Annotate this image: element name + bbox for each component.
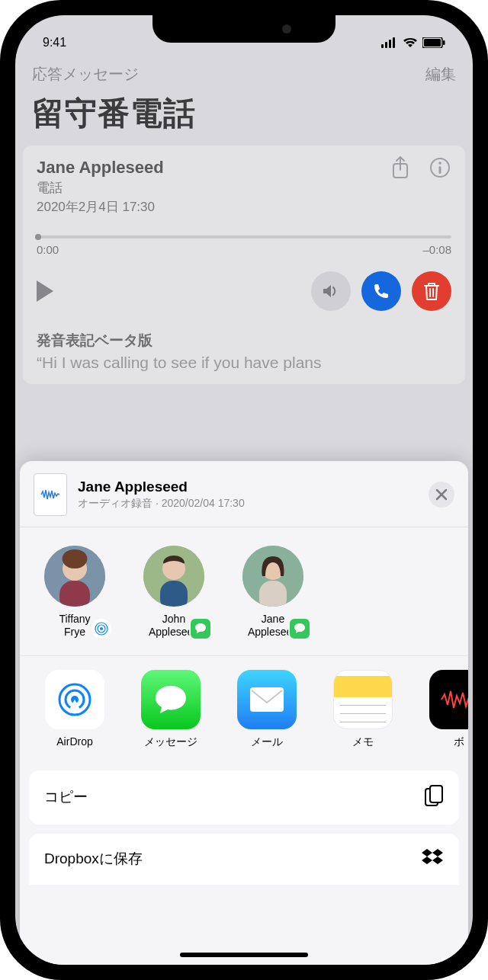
svg-rect-2 [389,40,391,48]
svg-rect-1 [385,42,387,48]
airdrop-icon [45,670,104,729]
speaker-button[interactable] [311,271,351,311]
dropbox-icon [421,847,444,871]
svg-rect-3 [393,37,395,48]
play-button[interactable] [37,280,53,302]
playback-progress[interactable] [37,235,451,239]
home-indicator[interactable] [180,953,308,957]
svg-rect-5 [424,39,441,46]
playback-controls [37,271,451,311]
voicemail-datetime: 2020年2月4日 17:30 [37,198,451,216]
avatar [242,546,303,607]
share-app-airdrop[interactable]: AirDrop [38,670,111,749]
app-label: ボ [454,735,464,749]
action-label: Dropboxに保存 [44,849,143,869]
info-icon[interactable] [429,156,451,179]
copy-icon [424,784,444,811]
app-label: AirDrop [56,735,92,748]
voicemail-card: Jane Appleseed 電話 2020年2月4日 17:30 0:00 –… [23,146,465,384]
app-label: メール [251,735,283,749]
svg-rect-20 [160,581,188,607]
share-header-text: Jane Appleseed オーディオ録音 · 2020/02/04 17:3… [78,479,245,511]
share-app-messages[interactable]: メッセージ [134,670,207,749]
cellular-icon [381,37,398,48]
app-label: メモ [352,735,374,749]
svg-rect-6 [443,40,445,45]
divider [20,527,468,527]
airdrop-badge-icon [90,617,113,640]
avatar [143,546,204,607]
share-app-voicememos[interactable]: ボ [422,670,468,749]
wifi-icon [403,37,418,48]
svg-rect-0 [381,44,384,48]
svg-rect-14 [59,581,90,607]
share-subtitle: オーディオ録音 · 2020/02/04 17:30 [78,497,245,511]
messages-icon [141,670,201,729]
status-icons [381,37,445,48]
action-copy[interactable]: コピー [29,770,459,825]
share-app-mail[interactable]: メール [230,670,303,749]
messages-badge-icon [288,617,311,640]
messages-badge-icon [189,617,212,640]
mail-icon [237,670,297,729]
action-label: コピー [44,787,88,807]
share-icon[interactable] [389,156,412,179]
svg-rect-27 [250,687,284,712]
voicemail-line: 電話 [37,179,451,197]
notes-icon [333,670,393,729]
share-header: Jane Appleseed オーディオ録音 · 2020/02/04 17:3… [20,461,468,527]
remaining-time: –0:08 [422,243,451,256]
svg-rect-23 [259,581,287,607]
action-dropbox[interactable]: Dropboxに保存 [29,834,459,885]
phone-inner: 9:41 応答メッセージ 編集 留守番電話 [15,15,473,965]
svg-point-9 [438,162,441,165]
phone-frame: 9:41 応答メッセージ 編集 留守番電話 [0,0,488,980]
transcript-text: “Hi I was calling to see if you have pla… [37,354,451,372]
progress-handle[interactable] [35,234,41,240]
svg-rect-29 [430,786,442,802]
nav-edit[interactable]: 編集 [425,64,456,85]
svg-rect-10 [439,166,441,174]
share-contacts-row: Tiffany Frye John Appleseed [20,536,468,648]
nav-row: 応答メッセージ 編集 [15,56,473,85]
share-apps-row: AirDrop メッセージ メール [20,655,468,760]
nav-back[interactable]: 応答メッセージ [32,64,139,85]
share-contact[interactable]: Jane Appleseed [236,546,310,639]
share-actions: コピー Dropboxに保存 [29,770,459,885]
svg-point-15 [100,627,103,630]
callback-button[interactable] [361,271,401,311]
time-row: 0:00 –0:08 [37,243,451,256]
avatar [44,546,105,607]
share-title: Jane Appleseed [78,479,245,495]
share-sheet: Jane Appleseed オーディオ録音 · 2020/02/04 17:3… [20,461,468,965]
app-label: メッセージ [144,735,197,749]
page-title: 留守番電話 [15,85,473,146]
battery-icon [422,37,445,48]
share-contact[interactable]: Tiffany Frye [38,546,111,639]
contact-name: Tiffany Frye [59,613,90,639]
delete-button[interactable] [412,271,451,311]
transcript-label: 発音表記ベータ版 [37,331,451,351]
share-app-notes[interactable]: メモ [326,670,400,749]
status-time: 9:41 [43,36,66,50]
elapsed-time: 0:00 [37,243,59,256]
share-contact[interactable]: John Appleseed [137,546,210,639]
close-button[interactable] [429,482,454,508]
notch [152,15,336,43]
voicememos-icon [429,670,468,729]
audio-file-icon [34,473,67,516]
screen: 9:41 応答メッセージ 編集 留守番電話 [15,15,473,965]
